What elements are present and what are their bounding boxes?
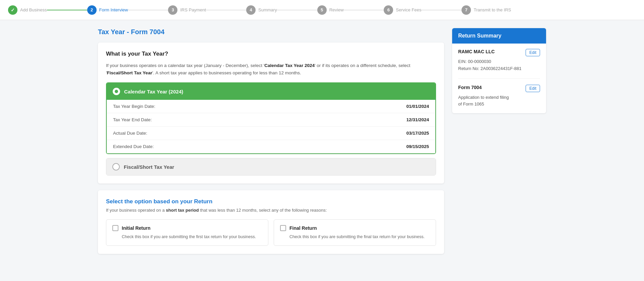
initial-return-checkbox[interactable] — [112, 225, 118, 231]
summary-form-header: Form 7004 Edit — [458, 85, 540, 92]
fiscal-option-label: Fiscal/Short Tax Year — [124, 164, 174, 170]
step-label-5: Review — [329, 7, 344, 12]
step-service-fees[interactable]: 6 Service Fees — [384, 5, 421, 15]
tax-year-card: What is your Tax Year? If your business … — [98, 43, 444, 184]
desc-part3: '. A short tax year applies to businesse… — [152, 70, 301, 75]
step-form-interview[interactable]: 2 Form Interview — [87, 5, 128, 15]
end-date-label: Tax Year End Date: — [113, 117, 406, 122]
desc-part1: If your business operates on a calendar … — [106, 63, 264, 68]
summary-business-section: RAMC MAC LLC Edit EIN: 00-0000030 Return… — [458, 49, 540, 79]
return-summary-card: Return Summary RAMC MAC LLC Edit EIN: 00… — [452, 28, 546, 113]
step-circle-7: 7 — [462, 5, 471, 15]
desc-bold1: Calendar Tax Year 2024 — [264, 63, 315, 68]
edit-business-button[interactable]: Edit — [526, 49, 540, 56]
step-transmit[interactable]: 7 Transmit to the IRS — [462, 5, 511, 15]
connector-1 — [47, 10, 87, 10]
date-row-actual: Actual Due Date: 03/17/2025 — [107, 127, 435, 140]
step-label-4: Summary — [258, 7, 277, 12]
final-return-card[interactable]: Final Return Check this box if you are s… — [274, 219, 436, 246]
fiscal-radio[interactable] — [112, 163, 120, 170]
desc-bold2: Fiscal/Short Tax Year — [107, 70, 152, 75]
initial-return-header: Initial Return — [112, 225, 262, 231]
extended-due-label: Extended Due Date: — [113, 144, 406, 149]
ein-label: EIN: — [458, 59, 467, 64]
actual-due-value: 03/17/2025 — [406, 131, 429, 136]
summary-ein: EIN: 00-0000030 — [458, 58, 540, 65]
connector-4 — [277, 10, 317, 10]
actual-due-label: Actual Due Date: — [113, 131, 406, 136]
date-table: Tax Year Begin Date: 01/01/2024 Tax Year… — [107, 100, 435, 153]
return-no-label: Return No: — [458, 66, 479, 71]
step-circle-4: 4 — [246, 5, 256, 15]
begin-date-value: 01/01/2024 — [406, 104, 429, 109]
select-option-card: Select the option based on your Return I… — [98, 190, 444, 254]
step-summary[interactable]: 4 Summary — [246, 5, 277, 15]
initial-return-desc: Check this box if you are submitting the… — [112, 234, 262, 240]
sidebar: Return Summary RAMC MAC LLC Edit EIN: 00… — [452, 28, 546, 261]
select-desc-part1: If your business operated on a — [106, 208, 166, 213]
step-irs-payment[interactable]: 3 IRS Payment — [168, 5, 206, 15]
select-desc-part2: that was less than 12 months, select any… — [199, 208, 327, 213]
step-circle-2: 2 — [87, 5, 97, 15]
final-return-checkbox[interactable] — [280, 225, 286, 231]
date-row-end: Tax Year End Date: 12/31/2024 — [107, 113, 435, 127]
step-label-3: IRS Payment — [180, 7, 206, 12]
step-label-6: Service Fees — [396, 7, 421, 12]
initial-return-label: Initial Return — [122, 225, 151, 231]
summary-return-no: Return No: 2A0036224431F-881 — [458, 65, 540, 72]
summary-company-name: RAMC MAC LLC — [458, 49, 495, 54]
tax-year-description: If your business operates on a calendar … — [106, 62, 436, 76]
begin-date-label: Tax Year Begin Date: — [113, 104, 406, 109]
stepper-nav: ✓ Add Business 2 Form Interview 3 IRS Pa… — [0, 0, 644, 20]
extended-due-value: 09/15/2025 — [406, 144, 429, 149]
initial-return-card[interactable]: Initial Return Check this box if you are… — [106, 219, 268, 246]
edit-form-button[interactable]: Edit — [526, 85, 540, 92]
summary-body: RAMC MAC LLC Edit EIN: 00-0000030 Return… — [452, 44, 546, 113]
step-label-7: Transmit to the IRS — [474, 7, 511, 12]
summary-form-name: Form 7004 — [458, 85, 482, 90]
page-container: Tax Year - Form 7004 What is your Tax Ye… — [87, 20, 557, 269]
step-circle-6: 6 — [384, 5, 393, 15]
ein-value: 00-0000030 — [468, 59, 491, 64]
select-option-desc: If your business operated on a short tax… — [106, 208, 436, 213]
connector-3 — [206, 10, 246, 10]
summary-form-section: Form 7004 Edit Application to extend fil… — [458, 85, 540, 108]
final-return-desc: Check this box if you are submitting the… — [280, 234, 430, 240]
date-row-extended: Extended Due Date: 09/15/2025 — [107, 140, 435, 153]
main-content: Tax Year - Form 7004 What is your Tax Ye… — [98, 28, 444, 261]
step-review[interactable]: 5 Review — [317, 5, 344, 15]
select-desc-bold: short tax period — [166, 208, 199, 213]
summary-business-header: RAMC MAC LLC Edit — [458, 49, 540, 56]
step-circle-3: 3 — [168, 5, 177, 15]
select-option-title: Select the option based on your Return — [106, 198, 436, 205]
end-date-value: 12/31/2024 — [406, 117, 429, 122]
date-row-begin: Tax Year Begin Date: 01/01/2024 — [107, 100, 435, 113]
summary-form-desc-line2: of Form 1065 — [458, 101, 540, 108]
checkbox-options: Initial Return Check this box if you are… — [106, 219, 436, 246]
step-add-business[interactable]: ✓ Add Business — [8, 5, 47, 15]
calendar-option-label: Calendar Tax Year (2024) — [124, 89, 183, 94]
return-no-value: 2A0036224431F-881 — [481, 66, 522, 71]
page-title: Tax Year - Form 7004 — [98, 28, 444, 36]
step-circle-5: 5 — [317, 5, 327, 15]
fiscal-tax-year-option[interactable]: Fiscal/Short Tax Year — [106, 158, 436, 175]
step-circle-1: ✓ — [8, 5, 17, 15]
final-return-header: Final Return — [280, 225, 430, 231]
step-label-1: Add Business — [20, 7, 47, 12]
calendar-radio[interactable] — [113, 88, 120, 95]
connector-6 — [421, 10, 462, 10]
calendar-tax-year-option[interactable]: Calendar Tax Year (2024) Tax Year Begin … — [106, 82, 436, 154]
tax-year-card-title: What is your Tax Year? — [106, 51, 436, 57]
summary-header: Return Summary — [452, 28, 546, 44]
calendar-option-header[interactable]: Calendar Tax Year (2024) — [107, 83, 435, 100]
connector-5 — [343, 10, 384, 10]
connector-2 — [128, 10, 168, 10]
final-return-label: Final Return — [289, 225, 317, 231]
fiscal-option-header[interactable]: Fiscal/Short Tax Year — [106, 158, 436, 175]
summary-form-desc-line1: Application to extend filing — [458, 94, 540, 101]
step-label-2: Form Interview — [99, 7, 128, 12]
check-icon: ✓ — [11, 7, 15, 13]
